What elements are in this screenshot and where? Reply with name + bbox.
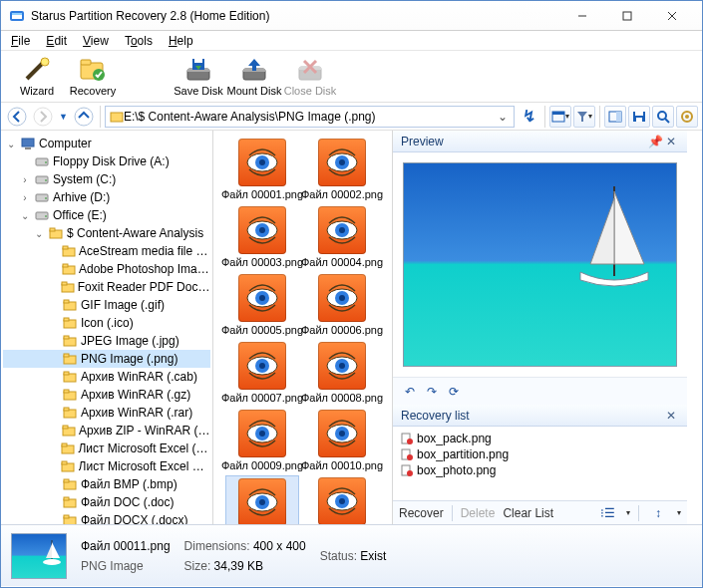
file-item[interactable]: Файл 00012.png: [305, 475, 379, 524]
rotate-left-icon[interactable]: ↶: [405, 385, 415, 399]
tree-item[interactable]: Foxit Reader PDF Documen: [3, 278, 210, 296]
tree-item[interactable]: Файл DOC (.doc): [3, 493, 210, 511]
wizard-icon: [23, 57, 51, 83]
tree-item[interactable]: ⌄$ Content-Aware Analysis: [3, 224, 210, 242]
menu-file[interactable]: File: [5, 32, 36, 50]
filter-button[interactable]: ▾: [573, 106, 595, 128]
tree-item[interactable]: Лист Microsoft Excel (.xlsx): [3, 440, 210, 457]
svg-rect-24: [111, 113, 123, 122]
tree-item[interactable]: Adobe Photoshop Image.1: [3, 260, 210, 278]
maximize-button[interactable]: [604, 2, 649, 30]
tree-item[interactable]: Icon (.ico): [3, 314, 210, 332]
rotate-right-icon[interactable]: ↷: [427, 385, 437, 399]
file-item[interactable]: Файл 00003.png: [225, 204, 299, 270]
nav-up-button[interactable]: [72, 106, 96, 128]
file-item[interactable]: Файл 00007.png: [225, 340, 299, 406]
file-item[interactable]: Файл 00011.png: [225, 475, 299, 524]
file-item[interactable]: Файл 00008.png: [305, 340, 379, 406]
nav-back-button[interactable]: [5, 106, 29, 128]
reset-icon[interactable]: ⟳: [449, 385, 459, 399]
tree-item[interactable]: ›System (C:): [3, 170, 210, 188]
wizard-button[interactable]: Wizard: [9, 53, 65, 101]
menu-tools[interactable]: Tools: [119, 32, 159, 50]
file-item[interactable]: Файл 00002.png: [305, 137, 379, 202]
tree-item[interactable]: ⌄Office (E:): [3, 206, 210, 224]
save-button[interactable]: [628, 106, 650, 128]
close-icon[interactable]: ✕: [663, 135, 679, 148]
file-item[interactable]: Файл 00001.png: [225, 137, 299, 202]
tree-item[interactable]: Лист Microsoft Excel 97-20: [3, 457, 210, 475]
file-item[interactable]: Файл 00006.png: [305, 272, 379, 338]
folder-icon: [61, 262, 76, 276]
tree-item[interactable]: PNG Image (.png): [3, 350, 210, 368]
sort-icon[interactable]: ↕: [647, 504, 669, 522]
status-filename: Файл 00011.png: [81, 539, 171, 553]
nav-forward-button[interactable]: [31, 106, 55, 128]
svg-rect-28: [616, 112, 621, 122]
file-item[interactable]: Файл 00010.png: [305, 408, 379, 473]
tree-toggle-icon[interactable]: ⌄: [5, 139, 17, 149]
refresh-button[interactable]: ↯: [517, 106, 540, 128]
chevron-down-icon[interactable]: ⌄: [496, 110, 510, 124]
recovery-item[interactable]: box_pack.png: [401, 431, 679, 446]
tree-item[interactable]: ›Arhive (D:): [3, 188, 210, 206]
tree-item[interactable]: GIF Image (.gif): [3, 296, 210, 314]
close-icon[interactable]: ✕: [663, 409, 679, 423]
folder-tree[interactable]: ⌄ComputerFloppy Disk Drive (A:)›System (…: [1, 131, 213, 524]
tree-item[interactable]: Файл DOCX (.docx): [3, 511, 210, 524]
close-button[interactable]: [649, 2, 694, 30]
minimize-button[interactable]: [559, 2, 604, 30]
tree-item[interactable]: ⌄Computer: [3, 135, 210, 152]
svg-rect-36: [22, 139, 34, 147]
pin-icon[interactable]: 📌: [647, 135, 663, 148]
svg-rect-69: [63, 426, 68, 429]
address-bar[interactable]: ⌄: [105, 106, 515, 128]
tree-item[interactable]: Архив WinRAR (.gz): [3, 386, 210, 404]
folder-icon: [62, 495, 78, 509]
tree-item[interactable]: AceStream media file (.mp: [3, 242, 210, 260]
menu-view[interactable]: View: [77, 32, 115, 50]
tree-toggle-icon[interactable]: ⌄: [33, 228, 45, 239]
tree-item[interactable]: Архив WinRAR (.cab): [3, 368, 210, 386]
file-item[interactable]: Файл 00004.png: [305, 204, 379, 270]
svg-rect-9: [81, 60, 91, 65]
recovery-item[interactable]: box_photo.png: [401, 462, 679, 478]
tree-toggle-icon[interactable]: ⌄: [19, 210, 31, 221]
tree-toggle-icon[interactable]: ›: [19, 192, 31, 203]
tree-item[interactable]: JPEG Image (.jpg): [3, 332, 210, 350]
menu-edit[interactable]: Edit: [40, 32, 73, 50]
menu-help[interactable]: Help: [163, 32, 199, 50]
svg-rect-37: [25, 147, 31, 149]
tree-item[interactable]: Файл BMP (.bmp): [3, 475, 210, 493]
view-mode-button[interactable]: ▾: [549, 106, 571, 128]
file-label: Файл 00002.png: [301, 188, 383, 200]
settings-button[interactable]: [676, 106, 698, 128]
file-label: Файл 00009.png: [221, 459, 303, 471]
drive-icon: [34, 208, 50, 222]
address-input[interactable]: [124, 110, 496, 124]
recovery-item[interactable]: box_partition.png: [401, 446, 679, 462]
recovery-list-items[interactable]: box_pack.pngbox_partition.pngbox_photo.p…: [393, 427, 687, 500]
panel-toggle-1[interactable]: [604, 106, 626, 128]
clear-list-button[interactable]: Clear List: [503, 506, 553, 520]
svg-rect-71: [62, 443, 67, 446]
tree-toggle-icon[interactable]: ›: [19, 174, 31, 185]
recover-button[interactable]: Recover: [399, 506, 444, 520]
tree-item[interactable]: Floppy Disk Drive (A:): [3, 152, 210, 170]
file-list[interactable]: Файл 00001.pngФайл 00002.pngФайл 00003.p…: [213, 131, 393, 524]
recovery-item-label: box_photo.png: [417, 463, 496, 477]
preview-title: Preview: [401, 135, 444, 148]
nav-history-dropdown-icon[interactable]: ▼: [57, 112, 70, 122]
list-view-icon[interactable]: ⁝☰: [596, 504, 618, 522]
file-item[interactable]: Файл 00009.png: [225, 408, 299, 473]
file-item[interactable]: Файл 00005.png: [225, 272, 299, 338]
folder-icon: [62, 298, 78, 312]
mount-disk-button[interactable]: Mount Disk: [226, 53, 282, 101]
file-thumbnail: [318, 410, 366, 457]
recovery-button[interactable]: Recovery: [65, 53, 121, 101]
tree-item[interactable]: Архив ZIP - WinRAR (.zip): [3, 422, 210, 440]
tree-item[interactable]: Архив WinRAR (.rar): [3, 404, 210, 422]
svg-rect-57: [64, 318, 69, 321]
search-button[interactable]: [652, 106, 674, 128]
save-disk-button[interactable]: Save Disk: [171, 53, 226, 101]
